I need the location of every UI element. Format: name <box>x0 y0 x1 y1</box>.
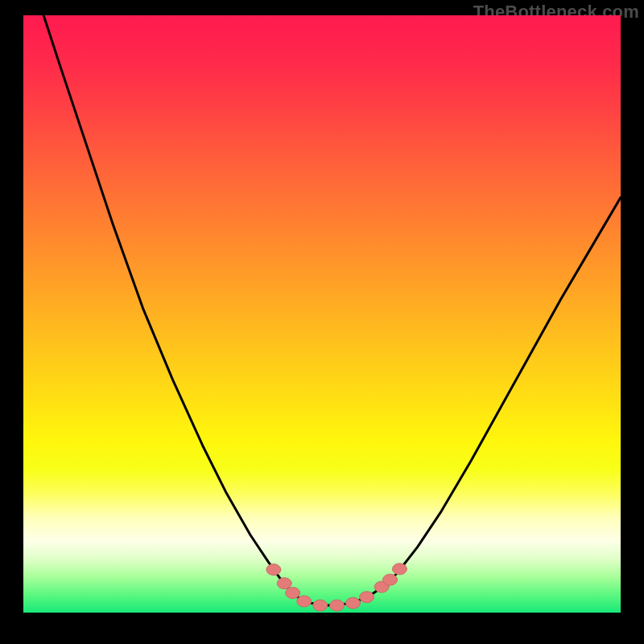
app-frame: TheBottleneck.com <box>0 0 644 644</box>
bottleneck-curve <box>23 15 621 613</box>
plot-area <box>23 15 621 613</box>
